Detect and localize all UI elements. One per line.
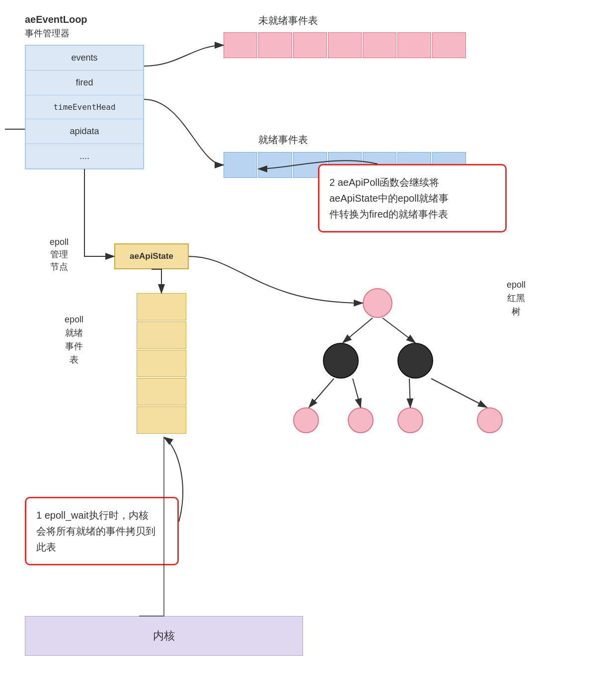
epoll-ready-table [137,293,186,435]
event-loop-title: aeEventLoop [25,14,87,25]
not-ready-cell-1 [224,32,257,58]
ready-cell-1 [224,152,257,178]
ae-row-events: events [26,46,143,71]
callout-1: 1 epoll_wait执行时，内核 会将所有就绪的事件拷贝到 此表 [25,497,179,565]
epoll-ready-cell-1 [137,293,186,320]
rbt-node-root [363,288,392,318]
diagram-container: aeEventLoop 事件管理器 events fired timeEvent… [0,0,616,698]
not-ready-cell-4 [328,32,362,58]
epoll-rbt-label: epoll 红黑 树 [507,278,526,318]
epoll-ready-cell-4 [137,378,186,405]
rbt-node-rl [397,407,423,433]
svg-line-4 [383,318,415,343]
rbt-node-lr [348,407,374,433]
epoll-ready-cell-5 [137,406,186,434]
epoll-ready-label: epoll 就绪 事件 表 [65,313,83,367]
epoll-manage-label: epoll 管理 节点 [50,236,69,274]
not-ready-cell-6 [397,32,431,58]
ae-api-state-box: aeApiState [114,243,189,269]
rbt-node-ll [293,407,319,433]
ae-row-apidata: apidata [26,119,143,144]
callout-2: 2 aeApiPoll函数会继续将 aeApiState中的epoll就绪事 件… [318,164,507,233]
svg-line-6 [353,379,361,407]
epoll-ready-cell-3 [137,350,186,377]
epoll-ready-cell-2 [137,321,186,349]
svg-line-3 [343,318,373,343]
ready-label: 就绪事件表 [258,133,308,147]
ready-cell-2 [258,152,292,178]
not-ready-array [224,32,467,58]
svg-line-5 [309,379,334,407]
rbt-node-rr [477,407,503,433]
svg-line-8 [431,379,487,407]
not-ready-cell-2 [258,32,292,58]
not-ready-cell-5 [363,32,396,58]
ae-row-dots: .... [26,144,143,168]
event-loop-subtitle: 事件管理器 [25,27,70,39]
svg-line-7 [409,379,410,407]
rbt-node-left [323,343,359,379]
ae-row-fired: fired [26,71,143,95]
ae-row-timeeventhead: timeEventHead [26,95,143,119]
ae-event-loop-table: events fired timeEventHead apidata .... [25,45,144,169]
not-ready-cell-3 [293,32,327,58]
rbt-node-right [397,343,433,379]
not-ready-label: 未就绪事件表 [258,14,318,27]
not-ready-cell-7 [432,32,466,58]
kernel-box: 内核 [25,616,303,656]
